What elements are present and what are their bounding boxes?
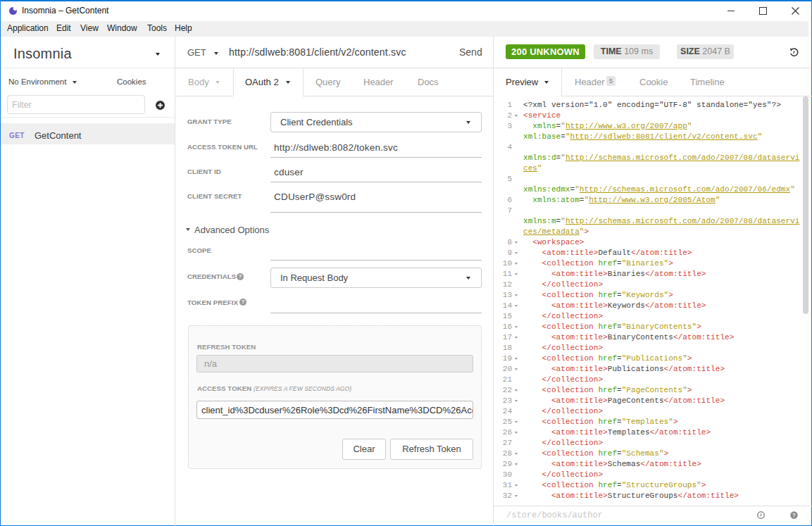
svg-text:?: ? [792, 512, 796, 518]
